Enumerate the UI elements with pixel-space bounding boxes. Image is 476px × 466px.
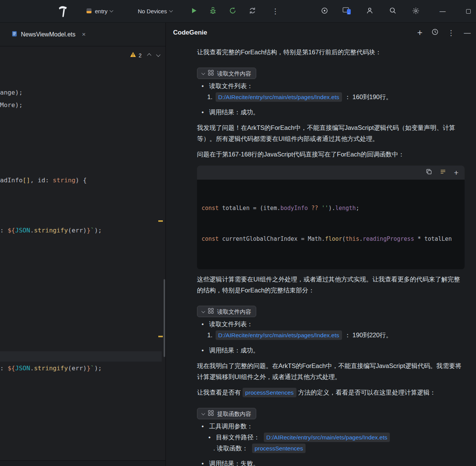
list-item: 1. D:/AIRecite/entry/src/main/ets/pages/… bbox=[197, 92, 465, 103]
warning-stripe-mark[interactable] bbox=[158, 220, 163, 222]
debug-button[interactable] bbox=[209, 0, 217, 22]
editor-bottom-strip bbox=[0, 460, 165, 466]
file-link[interactable]: D:/AIRecite/entry/src/main/ets/pages/Ind… bbox=[216, 330, 342, 340]
list-item-label: 工具调用参数： bbox=[209, 421, 253, 432]
bullet-icon: • bbox=[202, 458, 209, 466]
param-label: 目标文件路径： bbox=[216, 432, 260, 443]
list-item: • 读取文件列表： bbox=[197, 81, 465, 92]
tab-close-button[interactable]: × bbox=[82, 31, 86, 38]
panel-more-button[interactable]: ⋮ bbox=[448, 28, 455, 37]
restart-icon bbox=[229, 7, 236, 16]
maximize-button[interactable] bbox=[466, 0, 471, 22]
list-item: 1. D:/AIRecite/entry/src/main/ets/pages/… bbox=[197, 330, 465, 341]
warning-stripe-mark[interactable] bbox=[158, 336, 163, 337]
list-number: 1. bbox=[207, 330, 213, 341]
code-line: : ${JSON.stringify(err)}`); bbox=[0, 364, 102, 373]
list-item-label: 读取文件列表： bbox=[209, 81, 253, 92]
list-item: • 目标文件路径： D:/AIRecite/entry/src/main/ets… bbox=[197, 432, 465, 443]
editor-pane: NewsViewModel.ets × 2 ange); More); adIn… bbox=[0, 23, 166, 466]
bug-icon bbox=[209, 7, 217, 16]
app-window: entry No Devices bbox=[0, 0, 476, 466]
text-fragment: 方法的定义，看看是否可以在这里处理计算逻辑： bbox=[298, 389, 436, 396]
more-actions-button[interactable]: ⋮ bbox=[272, 0, 279, 22]
list-item: • 调用结果：成功。 bbox=[197, 345, 465, 356]
assistant-text: 这些逻辑计算需要在UI组件之外处理，或者通过其他方式实现。让我查看更多的代码来了… bbox=[197, 274, 465, 296]
text-fragment: 让我查看是否有 bbox=[197, 389, 243, 396]
list-number: 1. bbox=[207, 92, 213, 103]
tool-call-label: 提取函数内容 bbox=[217, 408, 251, 419]
panel-hide-button[interactable]: — bbox=[464, 29, 471, 37]
tab-newsviewmodel[interactable]: NewsViewModel.ets × bbox=[11, 23, 86, 46]
gear-icon bbox=[412, 7, 420, 16]
search-button[interactable] bbox=[389, 0, 397, 22]
clock-icon bbox=[432, 30, 438, 36]
chevron-down-icon bbox=[202, 71, 205, 75]
tool-call-toggle[interactable]: 读取文件内容 bbox=[197, 68, 256, 79]
minimize-icon: — bbox=[440, 8, 446, 15]
code-line: const totalLen = (item.bodyInfo ?? '').l… bbox=[202, 203, 460, 213]
wrap-lines-icon[interactable] bbox=[440, 167, 446, 178]
file-link[interactable]: D:/AIRecite/entry/src/main/ets/pages/Ind… bbox=[264, 433, 390, 442]
settings-button[interactable] bbox=[412, 0, 420, 22]
person-icon bbox=[366, 7, 374, 16]
target-icon bbox=[321, 7, 328, 16]
tool-call-label: 读取文件内容 bbox=[217, 306, 251, 317]
list-item: • 读取文件列表： bbox=[197, 319, 465, 330]
history-button[interactable] bbox=[432, 28, 438, 37]
symbol-chip[interactable]: processSentences bbox=[243, 388, 296, 397]
editor-separator-band bbox=[0, 351, 162, 362]
play-icon bbox=[191, 7, 197, 15]
next-warning-button[interactable] bbox=[156, 52, 160, 57]
maximize-icon bbox=[466, 9, 471, 14]
prev-warning-button[interactable] bbox=[147, 53, 151, 57]
assistant-text: 问题在于第167-168行的JavaScript代码直接写在了ForEach的回… bbox=[197, 149, 465, 160]
codegenie-header: CodeGenie + ⋮ — bbox=[166, 23, 476, 43]
code-line: More); bbox=[0, 101, 23, 110]
tool-grid-icon bbox=[208, 408, 214, 419]
module-icon bbox=[86, 8, 92, 15]
code-line: ange); bbox=[0, 88, 23, 97]
code-line: adInfo[], id: string) { bbox=[0, 176, 87, 185]
more-vertical-icon: ⋮ bbox=[272, 7, 279, 16]
assistant-text: 让我查看完整的ForEach结构，特别是第167行前后的完整代码块： bbox=[197, 47, 465, 58]
main-toolbar: entry No Devices bbox=[0, 0, 476, 23]
tool-call-toggle[interactable]: 读取文件内容 bbox=[197, 306, 256, 317]
file-link[interactable]: D:/AIRecite/entry/src/main/ets/pages/Ind… bbox=[216, 92, 342, 102]
chevron-down-icon bbox=[110, 9, 113, 13]
account-button[interactable] bbox=[366, 0, 374, 22]
device-selector[interactable]: No Devices bbox=[138, 0, 172, 22]
tool-grid-icon bbox=[208, 68, 214, 79]
target-button[interactable] bbox=[321, 0, 328, 22]
sync-button[interactable] bbox=[249, 0, 256, 22]
inspections-widget: 2 bbox=[130, 52, 160, 59]
sync-icon bbox=[249, 7, 256, 16]
rerun-button[interactable] bbox=[229, 0, 236, 22]
code-content: const totalLen = (item.bodyInfo ?? '').l… bbox=[197, 180, 465, 269]
line-range: ： 160到190行。 bbox=[345, 92, 392, 103]
line-range: ： 190到220行。 bbox=[345, 330, 392, 341]
tool-result: 调用结果：成功。 bbox=[209, 107, 259, 118]
tool-result: 调用结果：成功。 bbox=[209, 345, 259, 356]
search-icon bbox=[389, 7, 397, 16]
bullet-icon: • bbox=[202, 107, 209, 118]
module-label: entry bbox=[95, 8, 107, 14]
editor-scrollbar[interactable] bbox=[164, 279, 165, 357]
param-label: . 读取函数： bbox=[213, 443, 248, 454]
new-chat-button[interactable]: + bbox=[417, 28, 422, 37]
assistant-text: 让我查看是否有 processSentences 方法的定义，看看是否可以在这里… bbox=[197, 387, 465, 398]
minimize-button[interactable]: — bbox=[440, 0, 446, 22]
bullet-icon: • bbox=[202, 319, 209, 330]
copy-icon[interactable] bbox=[426, 167, 432, 178]
chat-transcript: 让我查看完整的ForEach结构，特别是第167行前后的完整代码块： 读取文件内… bbox=[166, 43, 476, 466]
code-block-toolbar: + bbox=[197, 166, 465, 180]
editor-tab-bar: NewsViewModel.ets × bbox=[0, 23, 165, 46]
chevron-down-icon bbox=[169, 9, 173, 13]
module-selector[interactable]: entry bbox=[86, 0, 113, 22]
device-manager-button[interactable] bbox=[342, 0, 351, 22]
run-button[interactable] bbox=[191, 0, 197, 22]
bullet-icon: • bbox=[202, 81, 209, 92]
deveco-logo-icon bbox=[57, 0, 68, 22]
tool-call-toggle[interactable]: 提取函数内容 bbox=[197, 408, 256, 419]
symbol-chip[interactable]: processSentences bbox=[252, 444, 306, 453]
insert-code-icon[interactable]: + bbox=[454, 169, 459, 177]
